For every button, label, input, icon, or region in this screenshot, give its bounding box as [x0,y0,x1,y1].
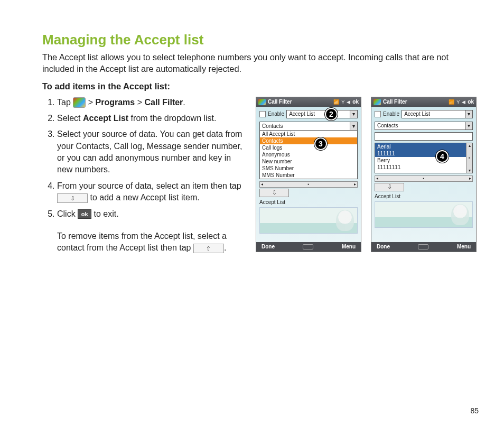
step2-text-b: from the dropdown list. [128,114,216,123]
step5-text-b: to exit. [91,209,119,218]
step-2: Select Accept List from the dropdown lis… [57,113,243,124]
list-item-number[interactable]: 11111111 [375,164,472,171]
horizontal-scrollbar[interactable]: ◂▪▸ [375,175,473,182]
enable-checkbox[interactable] [375,111,381,117]
source-option[interactable]: Call logs [260,144,357,151]
horizontal-scrollbar[interactable]: ◂▪▸ [259,181,358,188]
speaker-icon: ◀ [462,99,465,105]
source-option[interactable]: SMS Number [260,165,357,172]
step1-text-a: Tap [57,98,73,107]
combo-value: Accept List [289,111,315,117]
antenna-icon: Y [456,99,460,105]
chevron-down-icon[interactable]: ▾ [350,122,357,130]
enable-label: Enable [268,111,284,117]
enable-checkbox[interactable] [259,111,266,117]
source-option[interactable]: Contacts [260,137,357,144]
intro-paragraph: The Accept list allows you to select tel… [42,51,480,75]
add-item-button[interactable]: ⇩ [259,189,289,197]
instruction-column: Tap > Programs > Call Filter. Select Acc… [42,97,243,258]
callout-2: 2 [325,108,338,121]
source-dropdown-list[interactable]: All Accept ListContactsCall logsAnonymou… [259,130,358,179]
step1-callfilter: Call Filter [144,98,183,107]
combo-value: Accept List [404,111,430,117]
list-item-number[interactable]: 111111 [375,150,472,157]
page-number: 85 [470,406,479,415]
source-option[interactable]: Anonymous [260,151,357,158]
titlebar-app-name: Call Filter [383,99,407,105]
callout-3: 3 [314,137,327,150]
step-5: Click ok to exit. To remove items from t… [57,208,243,254]
speaker-icon: ◀ [347,99,350,105]
step-1: Tap > Programs > Call Filter. [57,97,243,108]
remove-up-icon: ⇧ [193,244,224,253]
vertical-scrollbar[interactable]: ▴▪▾ [466,143,472,173]
keyboard-icon[interactable] [303,244,313,249]
note-text-b: . [224,243,226,252]
signal-icon: 📶 [333,99,339,105]
softkey-done[interactable]: Done [262,244,275,249]
source-option[interactable]: New number [260,158,357,165]
phone-screenshot-1: Call Filter 📶 Y ◀ ok Enable Accept List … [256,97,361,252]
contacts-listbox[interactable]: Aerial111111Berry11111111 ▴▪▾ [375,143,473,173]
chevron-down-icon[interactable]: ▾ [350,110,357,118]
subhead: To add items in the Accept list: [42,81,480,91]
antenna-icon: Y [341,99,344,105]
page-title: Managing the Accept list [42,32,480,48]
search-input[interactable] [375,132,473,141]
softkey-done[interactable]: Done [377,244,390,249]
phone-screenshot-2: Call Filter 📶 Y ◀ ok Enable Accept List … [371,97,477,252]
mascot-illustration [375,201,473,228]
mascot-illustration [259,207,358,234]
enable-label: Enable [383,111,399,117]
titlebar-app-name: Call Filter [268,99,292,105]
softkey-menu[interactable]: Menu [342,244,356,249]
source-combo[interactable]: Contacts ▾ [259,122,358,130]
step2-text-a: Select [57,114,83,123]
accept-list-label: Accept List [259,199,358,205]
step1-programs: Programs [95,98,135,107]
softkey-menu[interactable]: Menu [457,244,471,249]
add-down-icon: ⇩ [57,193,88,203]
source-option[interactable]: All Accept List [260,131,357,137]
step2-acceptlist: Accept List [83,114,128,123]
start-flag-icon[interactable] [374,99,381,105]
step1-text-c: > [135,98,144,107]
screenshots-column: Call Filter 📶 Y ◀ ok Enable Accept List … [256,97,477,252]
list-type-combo[interactable]: Accept List ▾ [286,110,358,118]
start-icon [73,97,86,108]
step1-text-b: > [86,98,95,107]
step-3: Select your source of data. You can get … [57,128,243,176]
titlebar: Call Filter 📶 Y ◀ ok [256,97,361,107]
titlebar-ok-button[interactable]: ok [352,99,359,105]
step1-text-d: . [183,98,185,107]
source-combo[interactable]: Contacts ▾ [375,122,473,130]
keyboard-icon[interactable] [418,244,428,249]
ok-icon: ok [78,209,91,219]
titlebar: Call Filter 📶 Y ◀ ok [371,97,476,107]
accept-list-label: Accept List [375,193,473,199]
source-option[interactable]: MMS Number [260,172,357,179]
list-type-combo[interactable]: Accept List ▾ [402,110,473,118]
list-item[interactable]: Aerial [375,143,472,150]
removal-note: To remove items from the Accept list, se… [57,230,243,254]
titlebar-ok-button[interactable]: ok [468,99,474,105]
list-item[interactable]: Berry [375,157,472,164]
step5-text-a: Click [57,209,78,218]
callout-4: 4 [436,150,449,163]
source-combo-value: Contacts [262,123,283,129]
add-item-button[interactable]: ⇩ [375,183,404,191]
step4-text-a: From your source of data, select an item… [57,181,241,190]
chevron-down-icon[interactable]: ▾ [465,110,472,118]
chevron-down-icon[interactable]: ▾ [465,122,472,129]
signal-icon: 📶 [449,99,454,105]
step-4: From your source of data, select an item… [57,180,243,204]
step4-text-b: to add a new Accept list item. [88,193,200,202]
source-combo-value: Contacts [377,123,398,128]
start-flag-icon[interactable] [258,99,266,105]
